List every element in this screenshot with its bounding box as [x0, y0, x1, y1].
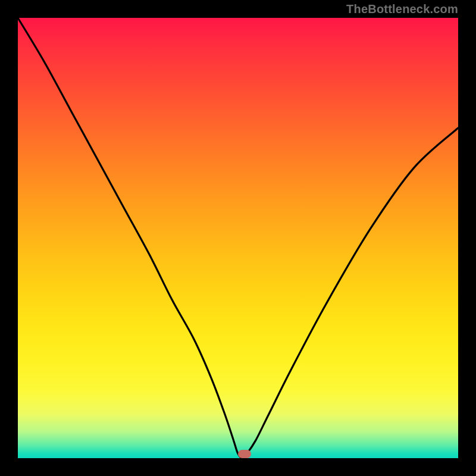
- minimum-marker: [238, 450, 251, 458]
- bottleneck-curve: [18, 18, 458, 458]
- watermark-text: TheBottleneck.com: [346, 2, 458, 16]
- plot-area: [18, 18, 458, 458]
- chart-frame: TheBottleneck.com: [0, 0, 476, 476]
